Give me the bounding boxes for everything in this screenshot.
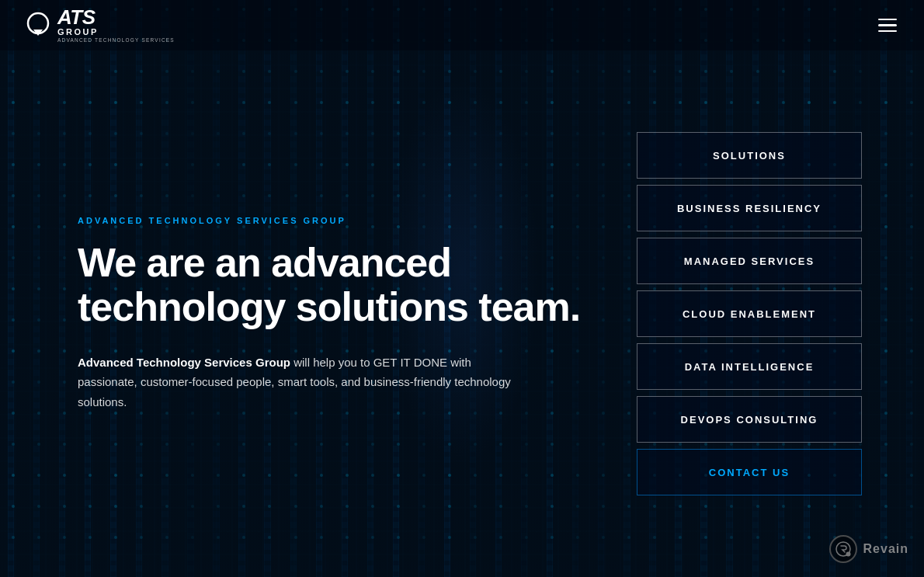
hero-section: ATS GROUP ADVANCED TECHNOLOGY SERVICES A…: [0, 0, 924, 577]
nav-btn-devops-consulting[interactable]: DEVOPS CONSULTING: [637, 396, 862, 443]
svg-point-3: [846, 552, 850, 557]
logo-emblem-svg: [23, 11, 53, 40]
nav-btn-data-intelligence[interactable]: DATA INTELLIGENCE: [637, 343, 862, 390]
hero-description-strong: Advanced Technology Services Group: [78, 356, 290, 369]
revain-icon: [829, 535, 857, 563]
logo-area: ATS GROUP ADVANCED TECHNOLOGY SERVICES: [23, 7, 175, 43]
hamburger-line-3: [878, 30, 897, 33]
nav-btn-managed-services[interactable]: MANAGED SERVICES: [637, 238, 862, 284]
revain-logo-svg: [835, 541, 852, 558]
hamburger-line-2: [878, 24, 897, 26]
hero-left-col: ADVANCED TECHNOLOGY SERVICES GROUP We ar…: [78, 216, 590, 412]
hamburger-menu[interactable]: [874, 15, 901, 36]
logo-group: GROUP: [57, 28, 175, 36]
site-logo: ATS GROUP ADVANCED TECHNOLOGY SERVICES: [23, 7, 175, 43]
hero-nav-buttons: SOLUTIONSBUSINESS RESILIENCYMANAGED SERV…: [637, 132, 862, 495]
revain-badge: Revain: [829, 535, 908, 563]
navbar: ATS GROUP ADVANCED TECHNOLOGY SERVICES: [0, 0, 924, 50]
main-content: ADVANCED TECHNOLOGY SERVICES GROUP We ar…: [0, 50, 924, 577]
nav-btn-business-resiliency[interactable]: BUSINESS RESILIENCY: [637, 185, 862, 231]
nav-btn-contact-us[interactable]: CONTACT US: [637, 449, 862, 495]
logo-emblem: [23, 11, 53, 40]
logo-subtitle: ADVANCED TECHNOLOGY SERVICES: [57, 38, 175, 43]
hero-description: Advanced Technology Services Group will …: [78, 353, 520, 412]
hamburger-line-1: [878, 19, 897, 21]
hero-tagline: ADVANCED TECHNOLOGY SERVICES GROUP: [78, 216, 590, 225]
nav-btn-solutions[interactable]: SOLUTIONS: [637, 132, 862, 179]
nav-btn-cloud-enablement[interactable]: CLOUD ENABLEMENT: [637, 290, 862, 337]
revain-label: Revain: [863, 542, 908, 556]
hero-title: We are an advanced technology solutions …: [78, 241, 590, 329]
logo-ats: ATS: [57, 7, 175, 27]
logo-text-block: ATS GROUP ADVANCED TECHNOLOGY SERVICES: [57, 7, 175, 43]
